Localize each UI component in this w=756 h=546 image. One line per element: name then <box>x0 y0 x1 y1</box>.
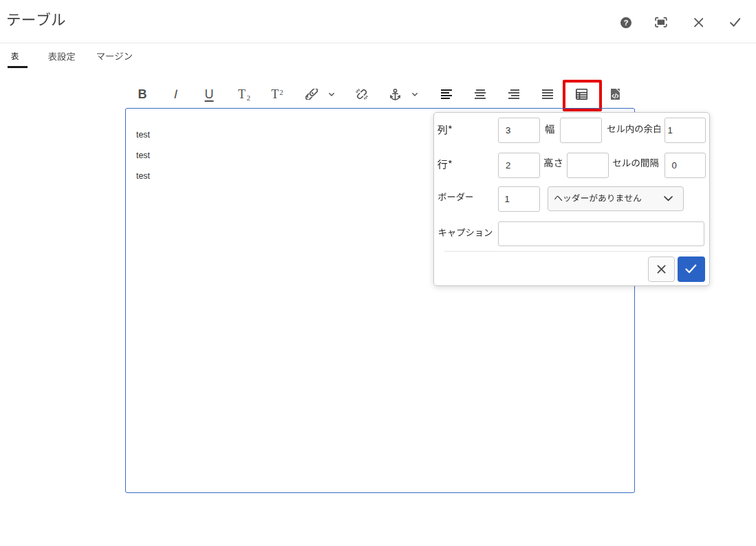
svg-text:?: ? <box>624 19 629 27</box>
